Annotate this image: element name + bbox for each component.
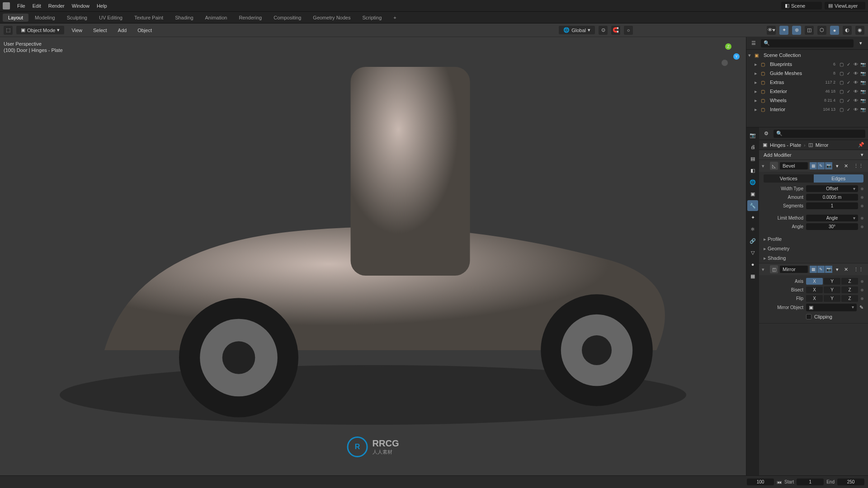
gizmo-toggle-icon[interactable]: ✦ [779, 26, 788, 35]
scene-collection-row[interactable]: ▾ ▣ Scene Collection [746, 51, 868, 60]
keyframe-dot-icon[interactable] [861, 188, 863, 190]
mirror-object-field[interactable]: ▣ [806, 304, 857, 311]
limit-method-dropdown[interactable]: Angle [806, 215, 858, 221]
mode-dropdown[interactable]: ▣Object Mode ▾ [16, 26, 64, 34]
restrict-select-icon[interactable]: ▢ [838, 62, 844, 67]
tab-compositing[interactable]: Compositing [268, 14, 307, 22]
current-frame-field[interactable]: 100 [747, 479, 774, 485]
collapse-icon[interactable]: ▾ [762, 267, 768, 272]
modifier-name-field[interactable]: Mirror [780, 266, 808, 273]
amount-field[interactable]: 0.0005 m [806, 194, 858, 201]
outliner-row-exterior[interactable]: ▸▢Exterior46 18▢✓👁📷 [746, 87, 868, 96]
tab-texture-paint[interactable]: Texture Paint [129, 14, 169, 22]
mod-realtime-icon[interactable]: ▦ [810, 162, 817, 169]
outliner-editor-icon[interactable]: ☰ [749, 39, 758, 48]
shading-material-icon[interactable]: ◐ [843, 26, 852, 35]
start-frame-field[interactable]: 1 [797, 479, 824, 485]
tab-object[interactable]: ▣ [747, 188, 758, 199]
editor-type-icon[interactable]: ⬚ [4, 26, 13, 35]
add-workspace-button[interactable]: + [388, 14, 401, 22]
vertices-button[interactable]: Vertices [764, 174, 814, 183]
mod-edit-icon[interactable]: ✎ [817, 266, 825, 273]
menu-file[interactable]: File [14, 0, 29, 12]
add-modifier-button[interactable]: Add Modifier▾ [759, 150, 868, 160]
tab-output[interactable]: 🖨 [747, 141, 758, 152]
tab-shading[interactable]: Shading [170, 14, 198, 22]
axis-toggle[interactable]: X Y Z [806, 278, 858, 285]
outliner-row-guide-meshes[interactable]: ▸▢Guide Meshes8▢✓👁📷 [746, 69, 868, 78]
props-editor-icon[interactable]: ⚙ [762, 129, 771, 138]
axis-neg-icon[interactable] [722, 60, 728, 66]
outliner-row-interior[interactable]: ▸▢Interior104 13▢✓👁📷 [746, 105, 868, 114]
outliner-row-blueprints[interactable]: ▸▢Blueprints6▢✓👁📷 [746, 60, 868, 69]
tab-modifiers[interactable]: 🔧 [747, 200, 758, 211]
tab-scripting[interactable]: Scripting [357, 14, 387, 22]
pivot-icon[interactable]: ⊙ [599, 26, 608, 35]
shading-render-icon[interactable]: ◉ [855, 26, 864, 35]
viewlayer-selector[interactable]: ▤ViewLayer [825, 2, 865, 9]
width-type-dropdown[interactable]: Offset [806, 185, 858, 192]
mod-menu-icon[interactable]: ▾ [834, 163, 840, 169]
bisect-toggle[interactable]: X Y Z [806, 286, 858, 293]
axis-y-button[interactable]: Y [824, 278, 840, 285]
outliner-filter-icon[interactable]: ▾ [856, 39, 865, 48]
proportional-icon[interactable]: ○ [624, 26, 633, 35]
tab-world[interactable]: 🌐 [747, 177, 758, 188]
orientation-dropdown[interactable]: 🌐Global ▾ [559, 26, 595, 34]
modifier-name-field[interactable]: Bevel [780, 162, 808, 169]
subpanel-shading[interactable]: Shading [759, 253, 868, 263]
tab-render-props[interactable]: 📷 [747, 130, 758, 141]
props-search[interactable]: 🔍 [774, 130, 865, 138]
end-frame-field[interactable]: 250 [837, 479, 864, 485]
axis-z-icon[interactable]: Z [725, 43, 731, 50]
menu-window[interactable]: Window [68, 0, 93, 12]
tab-rendering[interactable]: Rendering [233, 14, 267, 22]
menu-edit[interactable]: Edit [29, 0, 45, 12]
outliner-row-wheels[interactable]: ▸▢Wheels8 21 4▢✓👁📷 [746, 96, 868, 105]
shading-solid-icon[interactable]: ● [830, 26, 839, 35]
segments-field[interactable]: 1 [806, 202, 858, 209]
menu-help[interactable]: Help [93, 0, 111, 12]
menu-render[interactable]: Render [45, 0, 68, 12]
tab-particles[interactable]: ✦ [747, 212, 758, 223]
axis-y-icon[interactable]: Y [733, 53, 740, 60]
rewind-icon[interactable]: ⏮ [777, 479, 782, 485]
angle-field[interactable]: 30° [806, 223, 858, 230]
subpanel-geometry[interactable]: Geometry [759, 244, 868, 253]
mod-edit-icon[interactable]: ✎ [817, 162, 825, 169]
tab-layout[interactable]: Layout [3, 14, 28, 22]
edges-button[interactable]: Edges [814, 174, 864, 183]
tab-texture[interactable]: ▦ [747, 271, 758, 282]
tab-viewlayer[interactable]: ▤ [747, 153, 758, 164]
tab-physics[interactable]: ⚛ [747, 224, 758, 235]
flip-toggle[interactable]: X Y Z [806, 295, 858, 302]
tab-scene[interactable]: ◧ [747, 165, 758, 176]
camera-icon[interactable]: 📷 [860, 62, 866, 67]
mod-render-icon[interactable]: 📷 [825, 266, 832, 273]
bevel-affect-toggle[interactable]: Vertices Edges [764, 174, 863, 183]
overlay-toggle-icon[interactable]: ⊕ [792, 26, 801, 35]
axis-x-button[interactable]: X [806, 278, 823, 285]
tab-material[interactable]: ● [747, 259, 758, 270]
mod-menu-icon[interactable]: ▾ [834, 267, 840, 272]
tab-animation[interactable]: Animation [200, 14, 233, 22]
tab-uv-editing[interactable]: UV Editing [94, 14, 128, 22]
collapse-icon[interactable]: ▾ [748, 52, 755, 58]
collapse-icon[interactable]: ▾ [762, 163, 768, 169]
outliner-row-extras[interactable]: ▸▢Extras117 2▢✓👁📷 [746, 78, 868, 87]
subpanel-profile[interactable]: Profile [759, 235, 868, 244]
checkbox-icon[interactable]: ✓ [845, 62, 852, 67]
pin-icon[interactable]: 📌 [858, 142, 864, 148]
mod-delete-icon[interactable]: ✕ [842, 163, 850, 169]
app-logo-icon[interactable] [3, 2, 10, 9]
tab-constraints[interactable]: 🔗 [747, 235, 758, 246]
toolbar-object[interactable]: Object [134, 26, 156, 34]
toolbar-add[interactable]: Add [114, 26, 131, 34]
toolbar-view[interactable]: View [68, 26, 86, 34]
clipping-checkbox[interactable] [806, 314, 811, 319]
eye-icon[interactable]: 👁 [853, 62, 859, 67]
xray-icon[interactable]: ◫ [805, 26, 814, 35]
eyedropper-icon[interactable]: ✎ [859, 305, 863, 310]
axis-z-button[interactable]: Z [841, 278, 858, 285]
mod-realtime-icon[interactable]: ▦ [810, 266, 817, 273]
